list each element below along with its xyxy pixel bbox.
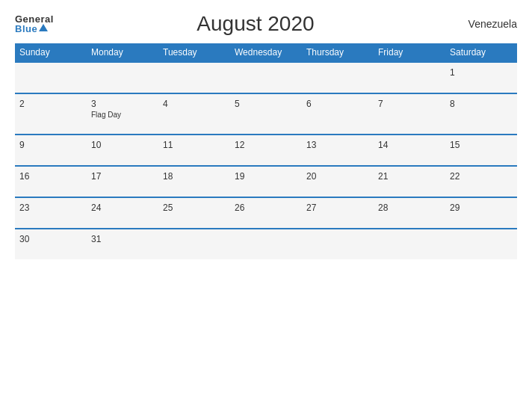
calendar-cell: [158, 229, 230, 259]
calendar-cell: 31: [87, 229, 158, 259]
calendar-cell: [87, 62, 158, 93]
day-number: 15: [450, 140, 513, 150]
day-number: 1: [450, 67, 513, 78]
day-number: 26: [235, 203, 297, 213]
calendar-cell: [158, 62, 230, 93]
col-sunday: Sunday: [15, 43, 87, 62]
day-number: 14: [378, 140, 441, 150]
col-thursday: Thursday: [302, 43, 374, 62]
logo-triangle-icon: [39, 24, 48, 31]
calendar-cell: [374, 229, 445, 259]
col-monday: Monday: [87, 43, 158, 62]
calendar-cell: 14: [374, 135, 445, 166]
holiday-label: Flag Day: [91, 111, 154, 119]
calendar-cell: 24: [87, 197, 158, 229]
calendar-cell: 22: [445, 166, 517, 197]
calendar-cell: 15: [445, 135, 517, 166]
calendar-cell: 10: [87, 135, 158, 166]
day-number: 16: [19, 171, 82, 182]
calendar-cell: 25: [158, 197, 230, 229]
calendar-cell: 26: [230, 197, 302, 229]
weekday-header-row: Sunday Monday Tuesday Wednesday Thursday…: [15, 43, 517, 62]
day-number: 23: [19, 203, 82, 213]
calendar-cell: 3Flag Day: [87, 93, 158, 135]
calendar-cell: 7: [374, 93, 445, 135]
calendar-cell: 17: [87, 166, 158, 197]
calendar-header: Sunday Monday Tuesday Wednesday Thursday…: [15, 43, 517, 62]
day-number: 25: [163, 203, 226, 213]
calendar-cell: 2: [15, 93, 87, 135]
day-number: 2: [19, 99, 82, 109]
calendar-week-row: 3031: [15, 229, 517, 259]
calendar-cell: 11: [158, 135, 230, 166]
day-number: 31: [91, 234, 154, 244]
day-number: 5: [235, 99, 297, 109]
day-number: 11: [163, 140, 226, 150]
calendar-cell: [374, 62, 445, 93]
col-friday: Friday: [374, 43, 445, 62]
col-wednesday: Wednesday: [230, 43, 302, 62]
logo-blue-text: Blue: [15, 24, 37, 34]
calendar-cell: 23: [15, 197, 87, 229]
logo: General Blue: [15, 14, 54, 34]
page: General Blue August 2020 Venezuela Sunda…: [0, 0, 532, 411]
calendar-cell: 20: [302, 166, 374, 197]
calendar-body: 123Flag Day45678910111213141516171819202…: [15, 62, 517, 259]
col-tuesday: Tuesday: [158, 43, 230, 62]
day-number: 12: [235, 140, 297, 150]
day-number: 8: [450, 99, 513, 109]
calendar-cell: [230, 229, 302, 259]
day-number: 18: [163, 171, 226, 182]
day-number: 27: [306, 203, 369, 213]
calendar-cell: 4: [158, 93, 230, 135]
day-number: 28: [378, 203, 441, 213]
country-label: Venezuela: [457, 18, 517, 30]
col-saturday: Saturday: [445, 43, 517, 62]
day-number: 29: [450, 203, 513, 213]
day-number: 24: [91, 203, 154, 213]
calendar-title: August 2020: [54, 12, 457, 36]
calendar-cell: [445, 229, 517, 259]
calendar-week-row: 1: [15, 62, 517, 93]
calendar-cell: 1: [445, 62, 517, 93]
day-number: 10: [91, 140, 154, 150]
day-number: 4: [163, 99, 226, 109]
calendar-table: Sunday Monday Tuesday Wednesday Thursday…: [15, 43, 517, 259]
day-number: 30: [19, 234, 82, 244]
calendar-cell: 19: [230, 166, 302, 197]
header: General Blue August 2020 Venezuela: [15, 12, 517, 36]
calendar-cell: 12: [230, 135, 302, 166]
calendar-cell: [230, 62, 302, 93]
day-number: 13: [306, 140, 369, 150]
calendar-week-row: 9101112131415: [15, 135, 517, 166]
calendar-cell: 8: [445, 93, 517, 135]
calendar-cell: 27: [302, 197, 374, 229]
day-number: 6: [306, 99, 369, 109]
day-number: 22: [450, 171, 513, 182]
calendar-cell: 18: [158, 166, 230, 197]
calendar-cell: [302, 62, 374, 93]
logo-blue-row: Blue: [15, 24, 48, 34]
day-number: 19: [235, 171, 297, 182]
day-number: 21: [378, 171, 441, 182]
day-number: 3: [91, 99, 154, 109]
calendar-cell: [302, 229, 374, 259]
day-number: 7: [378, 99, 441, 109]
calendar-week-row: 16171819202122: [15, 166, 517, 197]
calendar-week-row: 23Flag Day45678: [15, 93, 517, 135]
calendar-week-row: 23242526272829: [15, 197, 517, 229]
calendar-cell: [15, 62, 87, 93]
calendar-cell: 29: [445, 197, 517, 229]
calendar-cell: 13: [302, 135, 374, 166]
calendar-cell: 16: [15, 166, 87, 197]
day-number: 20: [306, 171, 369, 182]
calendar-cell: 9: [15, 135, 87, 166]
calendar-cell: 21: [374, 166, 445, 197]
calendar-cell: 6: [302, 93, 374, 135]
calendar-cell: 5: [230, 93, 302, 135]
calendar-cell: 28: [374, 197, 445, 229]
day-number: 17: [91, 171, 154, 182]
day-number: 9: [19, 140, 82, 150]
calendar-cell: 30: [15, 229, 87, 259]
